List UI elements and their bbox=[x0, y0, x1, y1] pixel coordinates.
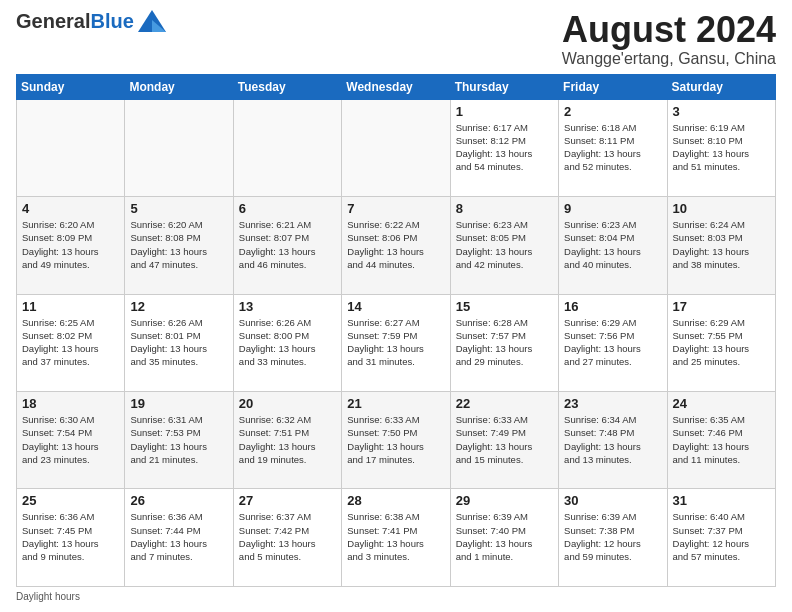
cell-info: Sunrise: 6:40 AM Sunset: 7:37 PM Dayligh… bbox=[673, 510, 770, 563]
calendar-week-row: 11Sunrise: 6:25 AM Sunset: 8:02 PM Dayli… bbox=[17, 294, 776, 391]
calendar-cell: 11Sunrise: 6:25 AM Sunset: 8:02 PM Dayli… bbox=[17, 294, 125, 391]
cell-day-number: 20 bbox=[239, 396, 336, 411]
cell-info: Sunrise: 6:33 AM Sunset: 7:49 PM Dayligh… bbox=[456, 413, 553, 466]
calendar-cell: 18Sunrise: 6:30 AM Sunset: 7:54 PM Dayli… bbox=[17, 392, 125, 489]
cell-info: Sunrise: 6:18 AM Sunset: 8:11 PM Dayligh… bbox=[564, 121, 661, 174]
cell-day-number: 2 bbox=[564, 104, 661, 119]
calendar-cell: 20Sunrise: 6:32 AM Sunset: 7:51 PM Dayli… bbox=[233, 392, 341, 489]
cell-info: Sunrise: 6:28 AM Sunset: 7:57 PM Dayligh… bbox=[456, 316, 553, 369]
calendar-cell bbox=[342, 99, 450, 196]
cell-info: Sunrise: 6:20 AM Sunset: 8:09 PM Dayligh… bbox=[22, 218, 119, 271]
cell-day-number: 24 bbox=[673, 396, 770, 411]
cell-day-number: 21 bbox=[347, 396, 444, 411]
calendar-cell: 23Sunrise: 6:34 AM Sunset: 7:48 PM Dayli… bbox=[559, 392, 667, 489]
cell-day-number: 28 bbox=[347, 493, 444, 508]
calendar-cell: 1Sunrise: 6:17 AM Sunset: 8:12 PM Daylig… bbox=[450, 99, 558, 196]
day-header: Tuesday bbox=[233, 74, 341, 99]
calendar-week-row: 4Sunrise: 6:20 AM Sunset: 8:09 PM Daylig… bbox=[17, 197, 776, 294]
cell-info: Sunrise: 6:25 AM Sunset: 8:02 PM Dayligh… bbox=[22, 316, 119, 369]
day-header: Friday bbox=[559, 74, 667, 99]
calendar-cell: 8Sunrise: 6:23 AM Sunset: 8:05 PM Daylig… bbox=[450, 197, 558, 294]
cell-info: Sunrise: 6:27 AM Sunset: 7:59 PM Dayligh… bbox=[347, 316, 444, 369]
cell-day-number: 15 bbox=[456, 299, 553, 314]
calendar-cell: 9Sunrise: 6:23 AM Sunset: 8:04 PM Daylig… bbox=[559, 197, 667, 294]
calendar-cell: 15Sunrise: 6:28 AM Sunset: 7:57 PM Dayli… bbox=[450, 294, 558, 391]
cell-info: Sunrise: 6:39 AM Sunset: 7:40 PM Dayligh… bbox=[456, 510, 553, 563]
calendar-cell: 4Sunrise: 6:20 AM Sunset: 8:09 PM Daylig… bbox=[17, 197, 125, 294]
cell-info: Sunrise: 6:29 AM Sunset: 7:55 PM Dayligh… bbox=[673, 316, 770, 369]
calendar-cell: 17Sunrise: 6:29 AM Sunset: 7:55 PM Dayli… bbox=[667, 294, 775, 391]
calendar-cell: 28Sunrise: 6:38 AM Sunset: 7:41 PM Dayli… bbox=[342, 489, 450, 587]
cell-day-number: 11 bbox=[22, 299, 119, 314]
cell-info: Sunrise: 6:36 AM Sunset: 7:45 PM Dayligh… bbox=[22, 510, 119, 563]
cell-info: Sunrise: 6:37 AM Sunset: 7:42 PM Dayligh… bbox=[239, 510, 336, 563]
cell-day-number: 26 bbox=[130, 493, 227, 508]
cell-info: Sunrise: 6:38 AM Sunset: 7:41 PM Dayligh… bbox=[347, 510, 444, 563]
day-header: Sunday bbox=[17, 74, 125, 99]
calendar-table: SundayMondayTuesdayWednesdayThursdayFrid… bbox=[16, 74, 776, 587]
calendar-cell: 10Sunrise: 6:24 AM Sunset: 8:03 PM Dayli… bbox=[667, 197, 775, 294]
cell-info: Sunrise: 6:20 AM Sunset: 8:08 PM Dayligh… bbox=[130, 218, 227, 271]
header: GeneralBlue August 2024 Wangge'ertang, G… bbox=[16, 10, 776, 68]
calendar-week-row: 25Sunrise: 6:36 AM Sunset: 7:45 PM Dayli… bbox=[17, 489, 776, 587]
day-header: Saturday bbox=[667, 74, 775, 99]
calendar-cell: 5Sunrise: 6:20 AM Sunset: 8:08 PM Daylig… bbox=[125, 197, 233, 294]
cell-day-number: 1 bbox=[456, 104, 553, 119]
cell-day-number: 10 bbox=[673, 201, 770, 216]
cell-day-number: 31 bbox=[673, 493, 770, 508]
cell-day-number: 7 bbox=[347, 201, 444, 216]
cell-day-number: 18 bbox=[22, 396, 119, 411]
calendar-cell: 30Sunrise: 6:39 AM Sunset: 7:38 PM Dayli… bbox=[559, 489, 667, 587]
day-header: Monday bbox=[125, 74, 233, 99]
title-block: August 2024 Wangge'ertang, Gansu, China bbox=[562, 10, 776, 68]
cell-day-number: 22 bbox=[456, 396, 553, 411]
calendar-body: 1Sunrise: 6:17 AM Sunset: 8:12 PM Daylig… bbox=[17, 99, 776, 586]
day-header: Thursday bbox=[450, 74, 558, 99]
logo: GeneralBlue bbox=[16, 10, 166, 32]
calendar-week-row: 18Sunrise: 6:30 AM Sunset: 7:54 PM Dayli… bbox=[17, 392, 776, 489]
cell-info: Sunrise: 6:23 AM Sunset: 8:05 PM Dayligh… bbox=[456, 218, 553, 271]
calendar-cell bbox=[17, 99, 125, 196]
calendar-cell bbox=[125, 99, 233, 196]
cell-info: Sunrise: 6:30 AM Sunset: 7:54 PM Dayligh… bbox=[22, 413, 119, 466]
cell-info: Sunrise: 6:36 AM Sunset: 7:44 PM Dayligh… bbox=[130, 510, 227, 563]
cell-day-number: 19 bbox=[130, 396, 227, 411]
calendar-cell: 31Sunrise: 6:40 AM Sunset: 7:37 PM Dayli… bbox=[667, 489, 775, 587]
cell-day-number: 16 bbox=[564, 299, 661, 314]
cell-day-number: 13 bbox=[239, 299, 336, 314]
cell-info: Sunrise: 6:29 AM Sunset: 7:56 PM Dayligh… bbox=[564, 316, 661, 369]
cell-info: Sunrise: 6:24 AM Sunset: 8:03 PM Dayligh… bbox=[673, 218, 770, 271]
calendar-cell: 19Sunrise: 6:31 AM Sunset: 7:53 PM Dayli… bbox=[125, 392, 233, 489]
calendar-cell: 2Sunrise: 6:18 AM Sunset: 8:11 PM Daylig… bbox=[559, 99, 667, 196]
cell-info: Sunrise: 6:34 AM Sunset: 7:48 PM Dayligh… bbox=[564, 413, 661, 466]
cell-day-number: 29 bbox=[456, 493, 553, 508]
day-header: Wednesday bbox=[342, 74, 450, 99]
calendar-cell: 29Sunrise: 6:39 AM Sunset: 7:40 PM Dayli… bbox=[450, 489, 558, 587]
footer-note: Daylight hours bbox=[16, 591, 776, 602]
cell-info: Sunrise: 6:31 AM Sunset: 7:53 PM Dayligh… bbox=[130, 413, 227, 466]
cell-info: Sunrise: 6:32 AM Sunset: 7:51 PM Dayligh… bbox=[239, 413, 336, 466]
logo-text: GeneralBlue bbox=[16, 11, 134, 31]
cell-day-number: 5 bbox=[130, 201, 227, 216]
calendar-cell bbox=[233, 99, 341, 196]
cell-info: Sunrise: 6:35 AM Sunset: 7:46 PM Dayligh… bbox=[673, 413, 770, 466]
calendar-cell: 24Sunrise: 6:35 AM Sunset: 7:46 PM Dayli… bbox=[667, 392, 775, 489]
cell-day-number: 12 bbox=[130, 299, 227, 314]
cell-day-number: 23 bbox=[564, 396, 661, 411]
cell-info: Sunrise: 6:26 AM Sunset: 8:01 PM Dayligh… bbox=[130, 316, 227, 369]
subtitle: Wangge'ertang, Gansu, China bbox=[562, 50, 776, 68]
cell-day-number: 25 bbox=[22, 493, 119, 508]
calendar-cell: 13Sunrise: 6:26 AM Sunset: 8:00 PM Dayli… bbox=[233, 294, 341, 391]
main-title: August 2024 bbox=[562, 10, 776, 50]
cell-day-number: 3 bbox=[673, 104, 770, 119]
calendar-cell: 3Sunrise: 6:19 AM Sunset: 8:10 PM Daylig… bbox=[667, 99, 775, 196]
cell-day-number: 6 bbox=[239, 201, 336, 216]
calendar-cell: 26Sunrise: 6:36 AM Sunset: 7:44 PM Dayli… bbox=[125, 489, 233, 587]
calendar-cell: 25Sunrise: 6:36 AM Sunset: 7:45 PM Dayli… bbox=[17, 489, 125, 587]
cell-info: Sunrise: 6:21 AM Sunset: 8:07 PM Dayligh… bbox=[239, 218, 336, 271]
calendar-cell: 6Sunrise: 6:21 AM Sunset: 8:07 PM Daylig… bbox=[233, 197, 341, 294]
cell-info: Sunrise: 6:33 AM Sunset: 7:50 PM Dayligh… bbox=[347, 413, 444, 466]
cell-info: Sunrise: 6:23 AM Sunset: 8:04 PM Dayligh… bbox=[564, 218, 661, 271]
cell-day-number: 4 bbox=[22, 201, 119, 216]
cell-info: Sunrise: 6:26 AM Sunset: 8:00 PM Dayligh… bbox=[239, 316, 336, 369]
